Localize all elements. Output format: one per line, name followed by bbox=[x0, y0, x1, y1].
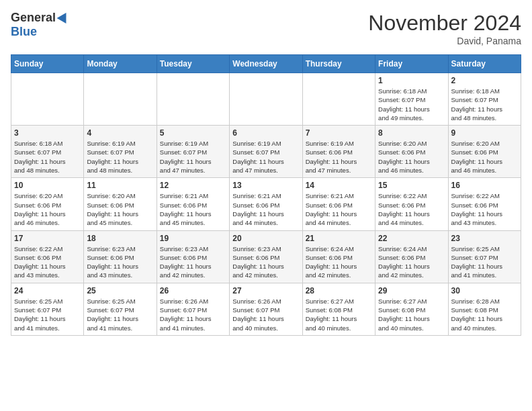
day-number: 25 bbox=[87, 286, 153, 295]
day-number: 16 bbox=[451, 181, 518, 190]
calendar-cell bbox=[230, 73, 302, 126]
day-number: 6 bbox=[232, 128, 299, 138]
day-info: Sunrise: 6:18 AM Sunset: 6:07 PM Dayligh… bbox=[378, 87, 445, 122]
calendar-cell: 25Sunrise: 6:25 AM Sunset: 6:07 PM Dayli… bbox=[84, 283, 157, 335]
day-number: 4 bbox=[87, 128, 153, 138]
day-info: Sunrise: 6:23 AM Sunset: 6:06 PM Dayligh… bbox=[160, 244, 226, 280]
logo-triangle-icon bbox=[57, 9, 71, 23]
day-info: Sunrise: 6:19 AM Sunset: 6:07 PM Dayligh… bbox=[232, 139, 299, 175]
calendar-week-row: 3Sunrise: 6:18 AM Sunset: 6:07 PM Daylig… bbox=[11, 126, 521, 178]
calendar-header-tuesday: Tuesday bbox=[157, 55, 229, 73]
day-number: 20 bbox=[232, 234, 299, 243]
calendar-cell: 10Sunrise: 6:20 AM Sunset: 6:06 PM Dayli… bbox=[11, 178, 84, 230]
calendar-cell: 29Sunrise: 6:27 AM Sunset: 6:08 PM Dayli… bbox=[375, 283, 448, 335]
day-number: 28 bbox=[306, 286, 372, 295]
calendar-cell: 16Sunrise: 6:22 AM Sunset: 6:06 PM Dayli… bbox=[448, 178, 521, 230]
logo: General Blue bbox=[11, 11, 69, 39]
calendar-cell bbox=[11, 73, 84, 126]
calendar-header-thursday: Thursday bbox=[302, 55, 375, 73]
day-number: 13 bbox=[232, 181, 299, 190]
day-number: 10 bbox=[14, 181, 81, 190]
day-info: Sunrise: 6:27 AM Sunset: 6:08 PM Dayligh… bbox=[306, 297, 372, 332]
day-info: Sunrise: 6:22 AM Sunset: 6:06 PM Dayligh… bbox=[14, 244, 81, 280]
calendar-header-sunday: Sunday bbox=[11, 55, 84, 73]
calendar-header-wednesday: Wednesday bbox=[230, 55, 302, 73]
calendar-cell: 12Sunrise: 6:21 AM Sunset: 6:06 PM Dayli… bbox=[157, 178, 229, 230]
calendar-cell: 13Sunrise: 6:21 AM Sunset: 6:06 PM Dayli… bbox=[230, 178, 302, 230]
calendar-cell: 27Sunrise: 6:26 AM Sunset: 6:07 PM Dayli… bbox=[230, 283, 302, 335]
day-info: Sunrise: 6:22 AM Sunset: 6:06 PM Dayligh… bbox=[378, 191, 445, 227]
day-number: 1 bbox=[378, 76, 445, 85]
calendar-cell: 14Sunrise: 6:21 AM Sunset: 6:06 PM Dayli… bbox=[302, 178, 375, 230]
calendar-cell: 5Sunrise: 6:19 AM Sunset: 6:07 PM Daylig… bbox=[157, 126, 229, 178]
calendar-table: SundayMondayTuesdayWednesdayThursdayFrid… bbox=[11, 54, 521, 336]
day-info: Sunrise: 6:21 AM Sunset: 6:06 PM Dayligh… bbox=[306, 191, 372, 227]
day-number: 21 bbox=[306, 234, 372, 243]
calendar-cell: 28Sunrise: 6:27 AM Sunset: 6:08 PM Dayli… bbox=[302, 283, 375, 335]
day-number: 17 bbox=[14, 234, 81, 243]
day-info: Sunrise: 6:18 AM Sunset: 6:07 PM Dayligh… bbox=[451, 87, 518, 122]
calendar-cell: 24Sunrise: 6:25 AM Sunset: 6:07 PM Dayli… bbox=[11, 283, 84, 335]
calendar-cell: 15Sunrise: 6:22 AM Sunset: 6:06 PM Dayli… bbox=[375, 178, 448, 230]
day-info: Sunrise: 6:27 AM Sunset: 6:08 PM Dayligh… bbox=[378, 297, 445, 332]
calendar-cell: 11Sunrise: 6:20 AM Sunset: 6:06 PM Dayli… bbox=[84, 178, 157, 230]
day-info: Sunrise: 6:20 AM Sunset: 6:06 PM Dayligh… bbox=[87, 191, 153, 227]
calendar-cell: 8Sunrise: 6:20 AM Sunset: 6:06 PM Daylig… bbox=[375, 126, 448, 178]
day-info: Sunrise: 6:20 AM Sunset: 6:06 PM Dayligh… bbox=[378, 139, 445, 175]
day-number: 30 bbox=[451, 286, 518, 295]
calendar-week-row: 10Sunrise: 6:20 AM Sunset: 6:06 PM Dayli… bbox=[11, 178, 521, 230]
day-info: Sunrise: 6:26 AM Sunset: 6:07 PM Dayligh… bbox=[160, 297, 226, 332]
day-number: 5 bbox=[160, 128, 226, 138]
calendar-header-friday: Friday bbox=[375, 55, 448, 73]
day-number: 19 bbox=[160, 234, 226, 243]
calendar-cell bbox=[157, 73, 229, 126]
calendar-cell: 30Sunrise: 6:28 AM Sunset: 6:08 PM Dayli… bbox=[448, 283, 521, 335]
calendar-cell: 9Sunrise: 6:20 AM Sunset: 6:06 PM Daylig… bbox=[448, 126, 521, 178]
day-info: Sunrise: 6:24 AM Sunset: 6:06 PM Dayligh… bbox=[378, 244, 445, 280]
calendar-cell: 6Sunrise: 6:19 AM Sunset: 6:07 PM Daylig… bbox=[230, 126, 302, 178]
day-info: Sunrise: 6:20 AM Sunset: 6:06 PM Dayligh… bbox=[14, 191, 81, 227]
day-info: Sunrise: 6:25 AM Sunset: 6:07 PM Dayligh… bbox=[87, 297, 153, 332]
day-number: 15 bbox=[378, 181, 445, 190]
day-info: Sunrise: 6:18 AM Sunset: 6:07 PM Dayligh… bbox=[14, 139, 81, 175]
calendar-week-row: 17Sunrise: 6:22 AM Sunset: 6:06 PM Dayli… bbox=[11, 230, 521, 283]
logo-blue-text: Blue bbox=[11, 25, 37, 39]
day-number: 9 bbox=[451, 128, 518, 138]
calendar-cell: 7Sunrise: 6:19 AM Sunset: 6:06 PM Daylig… bbox=[302, 126, 375, 178]
day-info: Sunrise: 6:26 AM Sunset: 6:07 PM Dayligh… bbox=[232, 297, 299, 332]
day-info: Sunrise: 6:19 AM Sunset: 6:07 PM Dayligh… bbox=[160, 139, 226, 175]
title-section: November 2024 David, Panama bbox=[368, 11, 521, 46]
calendar-cell bbox=[302, 73, 375, 126]
calendar-cell bbox=[84, 73, 157, 126]
day-info: Sunrise: 6:23 AM Sunset: 6:06 PM Dayligh… bbox=[232, 244, 299, 280]
calendar-cell: 23Sunrise: 6:25 AM Sunset: 6:07 PM Dayli… bbox=[448, 230, 521, 283]
calendar-header-saturday: Saturday bbox=[448, 55, 521, 73]
day-number: 2 bbox=[451, 76, 518, 85]
month-title: November 2024 bbox=[368, 11, 521, 36]
calendar-week-row: 24Sunrise: 6:25 AM Sunset: 6:07 PM Dayli… bbox=[11, 283, 521, 335]
day-info: Sunrise: 6:19 AM Sunset: 6:07 PM Dayligh… bbox=[87, 139, 153, 175]
calendar-header-row: SundayMondayTuesdayWednesdayThursdayFrid… bbox=[11, 55, 521, 73]
day-number: 14 bbox=[306, 181, 372, 190]
calendar-cell: 18Sunrise: 6:23 AM Sunset: 6:06 PM Dayli… bbox=[84, 230, 157, 283]
calendar-cell: 21Sunrise: 6:24 AM Sunset: 6:06 PM Dayli… bbox=[302, 230, 375, 283]
day-number: 12 bbox=[160, 181, 226, 190]
day-number: 18 bbox=[87, 234, 153, 243]
logo-general-text: General bbox=[11, 11, 56, 25]
day-info: Sunrise: 6:20 AM Sunset: 6:06 PM Dayligh… bbox=[451, 139, 518, 175]
calendar-cell: 2Sunrise: 6:18 AM Sunset: 6:07 PM Daylig… bbox=[448, 73, 521, 126]
calendar-cell: 4Sunrise: 6:19 AM Sunset: 6:07 PM Daylig… bbox=[84, 126, 157, 178]
day-info: Sunrise: 6:21 AM Sunset: 6:06 PM Dayligh… bbox=[232, 191, 299, 227]
day-number: 29 bbox=[378, 286, 445, 295]
calendar-cell: 1Sunrise: 6:18 AM Sunset: 6:07 PM Daylig… bbox=[375, 73, 448, 126]
calendar-cell: 22Sunrise: 6:24 AM Sunset: 6:06 PM Dayli… bbox=[375, 230, 448, 283]
day-number: 3 bbox=[14, 128, 81, 138]
day-number: 7 bbox=[306, 128, 372, 138]
day-info: Sunrise: 6:21 AM Sunset: 6:06 PM Dayligh… bbox=[160, 191, 226, 227]
day-info: Sunrise: 6:23 AM Sunset: 6:06 PM Dayligh… bbox=[87, 244, 153, 280]
day-number: 27 bbox=[232, 286, 299, 295]
day-info: Sunrise: 6:24 AM Sunset: 6:06 PM Dayligh… bbox=[306, 244, 372, 280]
day-info: Sunrise: 6:25 AM Sunset: 6:07 PM Dayligh… bbox=[451, 244, 518, 280]
calendar-week-row: 1Sunrise: 6:18 AM Sunset: 6:07 PM Daylig… bbox=[11, 73, 521, 126]
calendar-cell: 17Sunrise: 6:22 AM Sunset: 6:06 PM Dayli… bbox=[11, 230, 84, 283]
